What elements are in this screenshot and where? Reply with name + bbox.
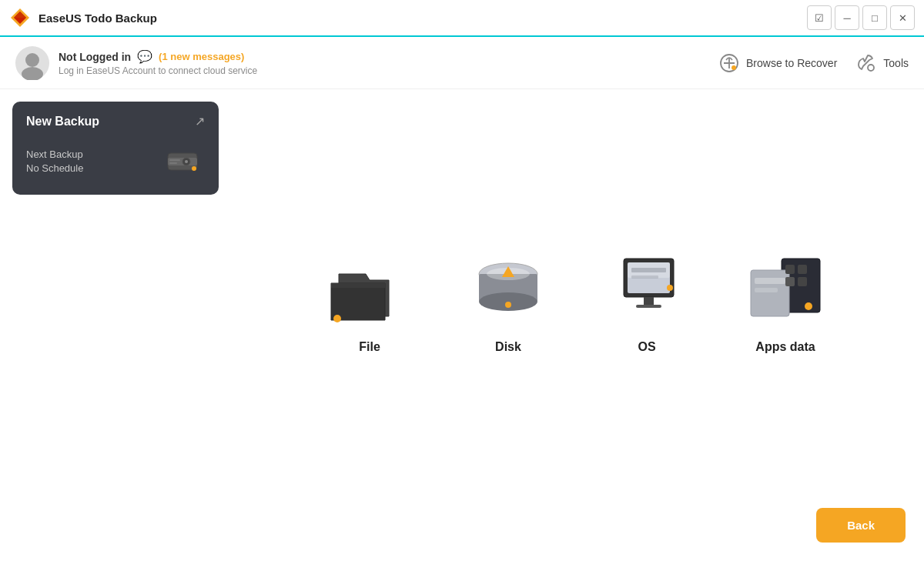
not-logged-label: Not Logged in [59,51,131,63]
os-backup-item[interactable]: OS [601,251,693,354]
browse-recover-icon [718,52,740,74]
close-btn[interactable]: ✕ [890,5,915,30]
apps-backup-icon [739,251,832,328]
disk-label: Disk [495,340,521,354]
file-label: File [359,340,380,354]
title-bar: EaseUS Todo Backup ☑ ─ □ ✕ [0,0,924,37]
svg-point-21 [505,302,511,308]
back-button[interactable]: Back [816,508,906,543]
user-section: Not Logged in 💬 (1 new messages) Log in … [15,46,718,80]
no-schedule-label: No Schedule [26,162,83,174]
new-backup-card[interactable]: New Backup ↗ Next Backup No Schedule [12,102,219,195]
main-content: New Backup ↗ Next Backup No Schedule [0,89,924,561]
apps-data-label: Apps data [755,340,815,354]
header-bar: Not Logged in 💬 (1 new messages) Log in … [0,37,924,89]
svg-rect-12 [169,159,180,161]
svg-point-6 [732,65,736,70]
header-actions: Browse to Recover Tools [718,52,909,74]
new-messages-label[interactable]: (1 new messages) [159,51,244,62]
window-controls: ☑ ─ □ ✕ [807,5,915,30]
backup-schedule-info: Next Backup No Schedule [26,149,83,174]
browse-to-recover-label: Browse to Recover [746,57,837,69]
disk-backup-icon [462,251,554,328]
svg-rect-35 [798,277,807,286]
export-icon[interactable]: ↗ [195,114,205,129]
user-description: Log in EaseUS Account to connect cloud s… [59,65,257,76]
center-area: File [231,89,924,561]
os-label: OS [638,340,655,354]
svg-rect-31 [751,270,789,316]
apps-data-backup-item[interactable]: Apps data [739,251,832,354]
tools-icon [855,52,877,74]
svg-point-7 [868,65,874,71]
user-info: Not Logged in 💬 (1 new messages) Log in … [59,49,257,76]
svg-point-15 [333,315,341,322]
user-status-line: Not Logged in 💬 (1 new messages) [59,49,257,64]
tools-button[interactable]: Tools [855,52,909,74]
svg-point-4 [22,67,43,80]
backup-card-title: New Backup [26,115,99,129]
svg-point-11 [185,160,188,163]
backup-card-body: Next Backup No Schedule [26,139,205,182]
disk-backup-item[interactable]: Disk [462,251,554,354]
svg-point-3 [25,53,39,67]
backup-drive-icon [162,139,205,182]
left-sidebar: New Backup ↗ Next Backup No Schedule [0,89,231,561]
checkbox-btn[interactable]: ☑ [807,5,832,30]
svg-rect-13 [169,162,177,164]
next-backup-label: Next Backup [26,149,83,160]
os-backup-icon [601,251,693,328]
svg-rect-28 [631,268,666,272]
svg-rect-34 [785,277,795,286]
backup-types-grid: File [323,251,832,354]
chat-bubble-icon: 💬 [137,49,152,64]
svg-rect-29 [631,275,658,279]
file-backup-item[interactable]: File [323,251,416,354]
svg-point-14 [192,166,196,171]
svg-rect-33 [798,265,807,274]
browse-to-recover-button[interactable]: Browse to Recover [718,52,837,74]
file-backup-icon [323,251,416,328]
svg-point-36 [805,302,812,310]
app-title: EaseUS Todo Backup [38,12,807,25]
svg-rect-25 [644,297,654,305]
avatar [15,46,49,80]
svg-rect-26 [636,305,661,308]
backup-card-header: New Backup ↗ [26,114,205,129]
svg-rect-38 [755,288,778,292]
svg-rect-32 [785,265,795,274]
svg-rect-37 [755,278,785,284]
app-logo-icon [9,7,31,28]
tools-label: Tools [883,57,909,69]
svg-point-27 [667,285,673,291]
maximize-btn[interactable]: □ [862,5,887,30]
minimize-btn[interactable]: ─ [835,5,859,30]
